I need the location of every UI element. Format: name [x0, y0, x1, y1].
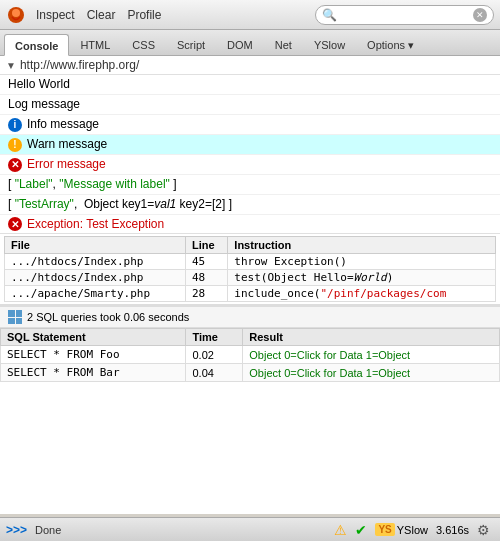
list-item: i Info message	[0, 115, 500, 135]
toolbar: Inspect Clear Profile 🔍 ✕	[0, 0, 500, 30]
clear-button[interactable]: Clear	[81, 6, 122, 24]
profile-button[interactable]: Profile	[121, 6, 167, 24]
console-prompt[interactable]: >>>	[6, 523, 27, 537]
list-item: ✕ Error message	[0, 155, 500, 175]
check-icon: ✔	[355, 522, 367, 538]
info-icon: i	[8, 118, 22, 132]
col-file: File	[5, 237, 186, 254]
error-icon: ✕	[8, 158, 22, 172]
tab-dom[interactable]: DOM	[216, 33, 264, 55]
result-text: Object 0=Click for Data 1=Object	[249, 367, 410, 379]
search-icon: 🔍	[322, 8, 337, 22]
table-row: .../htdocs/Index.php 45 throw Exception(…	[5, 254, 496, 270]
inspect-button[interactable]: Inspect	[30, 6, 81, 24]
table-row: SELECT * FROM Bar 0.04 Object 0=Click fo…	[1, 364, 500, 382]
exception-error-icon: ✕	[8, 217, 22, 231]
cell-instruction: test(Object Hello=World)	[228, 270, 496, 286]
done-label: Done	[35, 524, 61, 536]
tab-net[interactable]: Net	[264, 33, 303, 55]
search-box: 🔍 ✕	[315, 5, 494, 25]
yslow-label: YSlow	[397, 524, 428, 536]
list-item: [ "TestArray", Object key1=val1 key2=[2]…	[0, 195, 500, 215]
tab-bar: Console HTML CSS Script DOM Net YSlow Op…	[0, 30, 500, 56]
search-input[interactable]	[339, 9, 469, 21]
tab-options[interactable]: Options ▾	[356, 33, 425, 55]
message-text: Log message	[8, 96, 80, 113]
list-item: [ "Label", "Message with label" ]	[0, 175, 500, 195]
warning-indicator: ⚠	[334, 522, 347, 538]
exception-table: File Line Instruction .../htdocs/Index.p…	[4, 236, 496, 302]
settings-button[interactable]: ⚙	[477, 522, 490, 538]
exception-table-wrap: File Line Instruction .../htdocs/Index.p…	[0, 234, 500, 305]
message-text: [ "Label", "Message with label" ]	[8, 176, 176, 193]
sql-statement-cell: SELECT * FROM Foo	[1, 346, 186, 364]
sql-result-cell[interactable]: Object 0=Click for Data 1=Object	[243, 364, 500, 382]
url-text: http://www.firephp.org/	[20, 58, 139, 72]
sql-result-cell[interactable]: Object 0=Click for Data 1=Object	[243, 346, 500, 364]
yslow-logo: YS	[375, 523, 394, 536]
col-sql-result: Result	[243, 329, 500, 346]
result-text: Object 0=Click for Data 1=Object	[249, 349, 410, 361]
message-text: Error message	[27, 156, 106, 173]
time-display: 3.616s	[436, 524, 469, 536]
table-row: .../apache/Smarty.php 28 include_once("/…	[5, 286, 496, 302]
check-indicator: ✔	[355, 522, 367, 538]
cell-instruction: include_once("/pinf/packages/com	[228, 286, 496, 302]
cell-line: 28	[185, 286, 227, 302]
cell-line: 45	[185, 254, 227, 270]
sql-summary: 2 SQL queries took 0.06 seconds	[27, 311, 189, 323]
sql-time-cell: 0.02	[186, 346, 243, 364]
sql-statement-cell: SELECT * FROM Bar	[1, 364, 186, 382]
gear-icon[interactable]: ⚙	[477, 522, 490, 538]
cell-file: .../apache/Smarty.php	[5, 286, 186, 302]
message-text: Info message	[27, 116, 99, 133]
message-text: [ "TestArray", Object key1=val1 key2=[2]…	[8, 196, 232, 213]
list-item: Log message	[0, 95, 500, 115]
message-text: Hello World	[8, 76, 70, 93]
instruction-text: throw Exception()	[234, 255, 347, 268]
exception-title: Exception: Test Exception	[27, 217, 164, 231]
col-sql-statement: SQL Statement	[1, 329, 186, 346]
cell-file: .../htdocs/Index.php	[5, 254, 186, 270]
col-instruction: Instruction	[228, 237, 496, 254]
list-item: ! Warn message	[0, 135, 500, 155]
col-line: Line	[185, 237, 227, 254]
sql-time-cell: 0.04	[186, 364, 243, 382]
cell-line: 48	[185, 270, 227, 286]
close-search-button[interactable]: ✕	[473, 8, 487, 22]
sql-section: 2 SQL queries took 0.06 seconds SQL Stat…	[0, 305, 500, 382]
time-value: 3.616s	[436, 524, 469, 536]
tab-console[interactable]: Console	[4, 34, 69, 56]
yslow-indicator[interactable]: YS YSlow	[375, 523, 428, 536]
exception-header: ✕ Exception: Test Exception	[0, 215, 500, 234]
cell-instruction: throw Exception()	[228, 254, 496, 270]
warning-icon: ⚠	[334, 522, 347, 538]
message-text: Warn message	[27, 136, 107, 153]
console-output: ▼ http://www.firephp.org/ Hello World Lo…	[0, 56, 500, 514]
sql-grid-icon	[8, 310, 22, 324]
expand-icon[interactable]: ▼	[6, 60, 16, 71]
list-item: Hello World	[0, 75, 500, 95]
tab-script[interactable]: Script	[166, 33, 216, 55]
sql-header: 2 SQL queries took 0.06 seconds	[0, 307, 500, 328]
console-messages: Hello World Log message i Info message !…	[0, 75, 500, 382]
col-sql-time: Time	[186, 329, 243, 346]
tab-yslow[interactable]: YSlow	[303, 33, 356, 55]
url-bar: ▼ http://www.firephp.org/	[0, 56, 500, 75]
firebug-icon	[6, 5, 26, 25]
tab-css[interactable]: CSS	[121, 33, 166, 55]
warn-icon: !	[8, 138, 22, 152]
status-bar: >>> Done ⚠ ✔ YS YSlow 3.616s ⚙	[0, 517, 500, 541]
error-text: Error message	[27, 157, 106, 171]
table-row: SELECT * FROM Foo 0.02 Object 0=Click fo…	[1, 346, 500, 364]
sql-table: SQL Statement Time Result SELECT * FROM …	[0, 328, 500, 382]
cell-file: .../htdocs/Index.php	[5, 270, 186, 286]
svg-point-1	[12, 9, 20, 17]
table-row: .../htdocs/Index.php 48 test(Object Hell…	[5, 270, 496, 286]
tab-html[interactable]: HTML	[69, 33, 121, 55]
